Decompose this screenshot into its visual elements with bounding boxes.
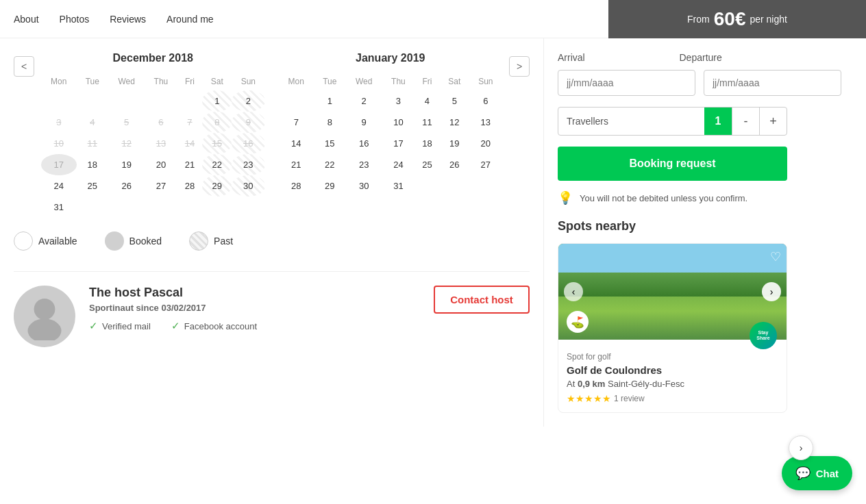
verified-mail-label: Verified mail [102, 321, 151, 331]
nav-reviews[interactable]: Reviews [110, 14, 146, 25]
table-row[interactable]: 21 [279, 154, 314, 175]
travellers-minus-button[interactable]: - [732, 108, 759, 135]
january-title: January 2019 [279, 52, 503, 64]
table-row[interactable]: 25 [415, 154, 440, 175]
table-row[interactable]: 14 [279, 133, 314, 154]
table-row[interactable]: 11 [415, 112, 440, 133]
table-row[interactable]: 1 [314, 90, 345, 112]
spot-prev-button[interactable]: ‹ [564, 282, 583, 301]
travellers-plus-button[interactable]: + [759, 108, 787, 135]
table-row[interactable]: 28 [177, 175, 202, 197]
spot-type: Spot for golf [567, 352, 778, 362]
chat-button[interactable]: 💬 Chat [782, 456, 852, 490]
prev-month-button[interactable]: < [14, 56, 34, 77]
table-row[interactable]: 24 [41, 175, 77, 197]
table-row[interactable]: 10 [382, 112, 415, 133]
table-row[interactable]: 27 [145, 175, 177, 197]
table-row[interactable]: 30 [345, 175, 382, 197]
spot-image: ♡ ‹ › ⛳ StayShare [558, 244, 787, 340]
arrival-input[interactable] [558, 70, 695, 96]
table-row[interactable]: 30 [232, 175, 264, 197]
table-row[interactable]: 9 [232, 112, 264, 133]
table-row[interactable]: 2 [232, 90, 264, 112]
table-row[interactable]: 2 [345, 90, 382, 112]
table-row[interactable]: 27 [469, 154, 502, 175]
nav-about[interactable]: About [14, 14, 39, 25]
nav-photos[interactable]: Photos [60, 14, 90, 25]
next-month-button[interactable]: > [509, 56, 530, 77]
table-row [202, 197, 232, 218]
table-row[interactable]: 29 [202, 175, 232, 197]
heart-icon[interactable]: ♡ [770, 249, 781, 264]
table-row[interactable]: 26 [440, 154, 469, 175]
checkmark-icon-fb: ✓ [171, 320, 180, 332]
table-row[interactable]: 18 [77, 154, 108, 175]
table-row[interactable]: 19 [108, 154, 145, 175]
table-row[interactable]: 20 [145, 154, 177, 175]
dec-day-mon: Mon [41, 73, 77, 90]
table-row[interactable]: 7 [177, 112, 202, 133]
table-row[interactable]: 8 [314, 112, 345, 133]
table-row[interactable]: 17 [382, 133, 415, 154]
table-row[interactable]: 7 [279, 112, 314, 133]
table-row[interactable]: 9 [345, 112, 382, 133]
table-row[interactable]: 12 [440, 112, 469, 133]
price-per-night: per night [750, 14, 787, 25]
table-row[interactable]: 15 [202, 133, 232, 154]
table-row [177, 197, 202, 218]
table-row[interactable]: 21 [177, 154, 202, 175]
price-from: From [687, 14, 710, 25]
table-row[interactable]: 6 [469, 90, 502, 112]
table-row[interactable]: 13 [145, 133, 177, 154]
departure-input[interactable] [704, 70, 841, 96]
table-row[interactable]: 17 [41, 154, 77, 175]
table-row[interactable]: 12 [108, 133, 145, 154]
bulb-icon: 💡 [558, 190, 573, 205]
table-row[interactable]: 19 [440, 133, 469, 154]
svg-point-1 [28, 319, 62, 341]
table-row[interactable]: 29 [314, 175, 345, 197]
table-row[interactable]: 31 [382, 175, 415, 197]
table-row[interactable]: 11 [77, 133, 108, 154]
table-row[interactable]: 13 [469, 112, 502, 133]
table-row[interactable]: 23 [232, 154, 264, 175]
table-row[interactable]: 25 [77, 175, 108, 197]
table-row[interactable]: 23 [345, 154, 382, 175]
table-row[interactable]: 26 [108, 175, 145, 197]
table-row[interactable]: 5 [440, 90, 469, 112]
table-row[interactable]: 16 [345, 133, 382, 154]
spots-next-button[interactable]: › [789, 436, 813, 460]
table-row[interactable]: 5 [108, 112, 145, 133]
spot-next-button[interactable]: › [762, 282, 781, 301]
table-row[interactable]: 20 [469, 133, 502, 154]
table-row [77, 197, 108, 218]
table-row[interactable]: 6 [145, 112, 177, 133]
table-row[interactable]: 15 [314, 133, 345, 154]
january-calendar: January 2019 Mon Tue Wed Thu Fri Sat Sun [279, 52, 503, 218]
table-row[interactable]: 31 [41, 197, 77, 218]
table-row[interactable]: 4 [415, 90, 440, 112]
table-row[interactable]: 8 [202, 112, 232, 133]
table-row[interactable]: 28 [279, 175, 314, 197]
nav-around-me[interactable]: Around me [166, 14, 213, 25]
table-row [108, 197, 145, 218]
contact-host-button[interactable]: Contact host [434, 286, 530, 314]
table-row[interactable]: 10 [41, 133, 77, 154]
table-row[interactable]: 18 [415, 133, 440, 154]
table-row[interactable]: 22 [314, 154, 345, 175]
table-row[interactable]: 24 [382, 154, 415, 175]
contact-host-container: Contact host [434, 286, 530, 314]
table-row [415, 175, 440, 197]
table-row[interactable]: 1 [202, 90, 232, 112]
host-verified-mail: ✓ Verified mail [89, 320, 151, 332]
table-row[interactable]: 22 [202, 154, 232, 175]
table-row[interactable]: 14 [177, 133, 202, 154]
travellers-label: Travellers [558, 109, 704, 134]
table-row[interactable]: 4 [77, 112, 108, 133]
table-row[interactable]: 3 [41, 112, 77, 133]
table-row[interactable]: 3 [382, 90, 415, 112]
booking-request-button[interactable]: Booking request [558, 147, 787, 181]
table-row[interactable]: 16 [232, 133, 264, 154]
stay-share-badge: StayShare [750, 322, 777, 349]
dec-day-fri: Fri [177, 73, 202, 90]
